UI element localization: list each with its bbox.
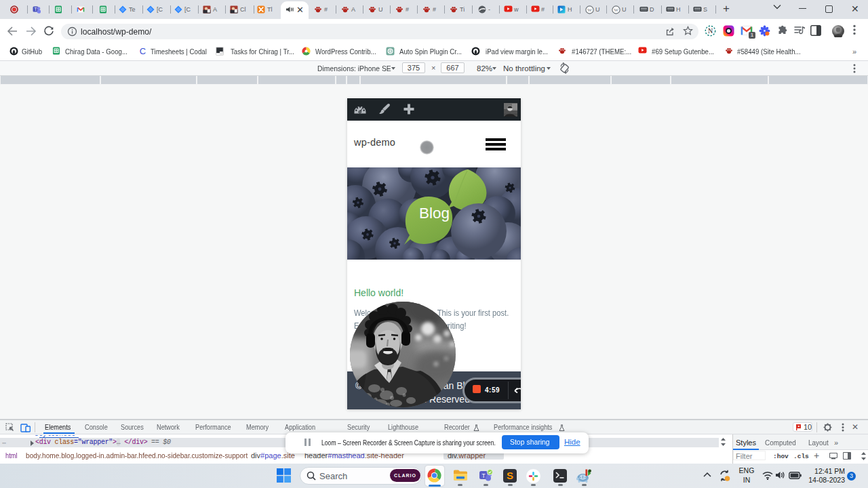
svg-text:N: N bbox=[708, 27, 713, 35]
svg-text:C: C bbox=[140, 47, 146, 56]
svg-text:T: T bbox=[481, 472, 485, 479]
svg-text:T: T bbox=[34, 7, 37, 12]
svg-text:Blog: Blog bbox=[419, 205, 450, 222]
svg-text:W: W bbox=[614, 7, 618, 13]
svg-text:W: W bbox=[587, 7, 592, 13]
